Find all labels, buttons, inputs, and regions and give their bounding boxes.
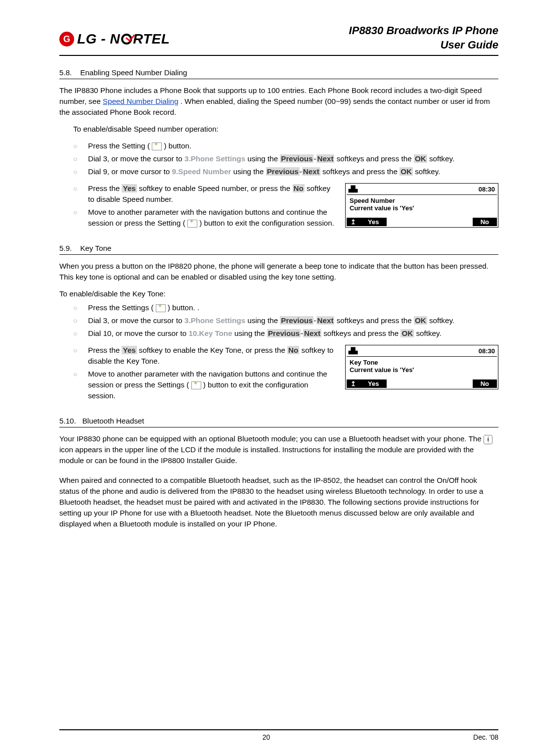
lcd-softkey-yes: Yes	[360, 218, 387, 227]
section-divider	[59, 79, 498, 79]
instruction-list: Press the Yes softkey to enable the Key …	[73, 345, 337, 401]
list-item: Press the Yes softkey to enable Speed nu…	[73, 183, 337, 205]
brand-logo: G LG - N RTEL	[59, 32, 170, 47]
softkey-label: Next	[302, 167, 320, 176]
lcd-statusbar: ▟▙ 08:30	[347, 346, 497, 357]
lg-logo-icon: G	[59, 32, 74, 47]
softkey-label: Next	[303, 329, 321, 337]
section-heading: 5.10. Bluetooth Headset	[59, 416, 498, 426]
text: ) button. .	[168, 303, 199, 312]
settings-icon	[191, 381, 201, 389]
softkey-label: Yes	[122, 184, 136, 192]
softkey-label: No	[287, 346, 299, 354]
page-number: 20	[263, 732, 270, 742]
section-number: 5.10.	[59, 417, 76, 425]
text: softkey to enable the Key Tone, or press…	[139, 346, 287, 354]
instruction-list: Press the Settings ( ) button. . Dial 3,…	[73, 302, 498, 339]
section-divider	[59, 254, 498, 255]
speed-number-dialing-link[interactable]: Speed Number Dialing	[103, 97, 178, 105]
softkey-label: OK	[414, 316, 427, 325]
menu-name: 3.Phone Settings	[184, 154, 245, 163]
footer-date: Dec. '08	[473, 732, 498, 742]
lcd-line: Current value is 'Yes'	[350, 366, 494, 374]
lead-text: To enable/disable the Key Tone:	[59, 288, 498, 299]
text: softkeys and press the	[337, 316, 414, 325]
text: softkeys and press the	[322, 167, 400, 176]
list-item: Press the Setting ( ) button.	[73, 141, 498, 151]
text: Your IP8830 phone can be equipped with a…	[59, 434, 484, 443]
softkey-label: Yes	[122, 346, 136, 354]
lcd-line: Speed Number	[350, 197, 494, 205]
lcd-softkey-row: ↥ Yes No	[347, 218, 497, 227]
lcd-softkey-spacer	[387, 379, 472, 388]
instruction-list: Press the Setting ( ) button. Dial 3, or…	[73, 141, 498, 177]
lcd-body: Speed Number Current value is 'Yes'	[347, 195, 497, 218]
lcd-softkey-row: ↥ Yes No	[347, 379, 497, 388]
softkey-label: Previous	[266, 167, 300, 176]
softkey-label: Next	[316, 154, 335, 163]
menu-name: 10.Key Tone	[188, 329, 232, 337]
list-item: Dial 3, or move the cursor to 3.Phone Se…	[73, 315, 498, 326]
lead-text: To enable/disable Speed number operation…	[73, 124, 498, 135]
brand-right: RTEL	[133, 32, 170, 46]
row-with-lcd: Press the Yes softkey to enable Speed nu…	[59, 183, 498, 235]
section-divider	[59, 427, 498, 427]
text: ) button to exit the configuration sessi…	[199, 219, 334, 227]
text: using the	[234, 329, 267, 337]
text: Press the	[88, 184, 122, 192]
page-footer: 20 Dec. '08	[59, 729, 498, 742]
section-title: Bluetooth Headset	[82, 417, 144, 425]
page-header: G LG - N RTEL IP8830 Broadworks IP Phone…	[59, 24, 498, 52]
list-item: Move to another parameter with the navig…	[73, 369, 337, 401]
paragraph: When paired and connected to a compatibl…	[59, 475, 498, 529]
footer-divider	[59, 729, 498, 730]
text: softkey.	[416, 329, 441, 337]
lcd-time: 08:30	[479, 186, 495, 193]
brand-left: LG - N	[77, 32, 120, 46]
network-icon: ▟▙	[349, 347, 357, 355]
settings-icon	[187, 220, 197, 228]
lcd-softkey-yes: Yes	[360, 379, 387, 388]
softkey-label: Previous	[267, 329, 301, 337]
text: using the	[233, 167, 266, 176]
lcd-softkey-no: No	[473, 218, 497, 227]
section-heading: 5.9. Key Tone	[59, 243, 498, 253]
lg-logo-g: G	[63, 35, 70, 44]
list-item: Press the Yes softkey to enable the Key …	[73, 345, 337, 367]
menu-name: 9.Speed Number	[172, 167, 231, 176]
lcd-time: 08:30	[479, 347, 495, 355]
text: -	[313, 316, 316, 325]
header-title-line2: User Guide	[349, 38, 498, 52]
text: icon appears in the upper line of the LC…	[59, 445, 474, 465]
row-with-lcd: Press the Yes softkey to enable the Key …	[59, 345, 498, 407]
text: softkey to enable Speed number, or press…	[139, 184, 293, 192]
text: -	[313, 154, 316, 163]
text: Dial 10, or move the cursor to	[88, 329, 188, 337]
brand-text: LG - N RTEL	[77, 32, 170, 46]
list-item: Dial 9, or move cursor to 9.Speed Number…	[73, 166, 498, 177]
lcd-line: Current value is 'Yes'	[350, 204, 494, 212]
instruction-list: Press the Yes softkey to enable Speed nu…	[73, 183, 337, 229]
menu-name: 3.Phone Settings	[184, 316, 245, 325]
softkey-label: Previous	[280, 154, 313, 163]
text: softkeys and press the	[323, 329, 400, 337]
lcd-softkey-up: ↥	[347, 379, 360, 388]
softkey-label: OK	[414, 154, 427, 163]
lcd-line: Key Tone	[350, 359, 494, 367]
header-title-line1: IP8830 Broadworks IP Phone	[349, 24, 498, 38]
text: ) button.	[164, 142, 191, 150]
paragraph: The IP8830 Phone includes a Phone Book t…	[59, 85, 498, 118]
header-divider	[59, 55, 498, 56]
paragraph: When you press a button on the IP8820 ph…	[59, 261, 498, 283]
header-title: IP8830 Broadworks IP Phone User Guide	[349, 24, 498, 52]
list-item: Dial 10, or move the cursor to 10.Key To…	[73, 328, 498, 339]
lcd-statusbar: ▟▙ 08:30	[347, 185, 497, 195]
softkey-label: OK	[400, 329, 414, 337]
lcd-screenshot: ▟▙ 08:30 Speed Number Current value is '…	[345, 183, 498, 228]
section-title: Key Tone	[80, 244, 111, 252]
lcd-softkey-spacer	[387, 218, 472, 227]
softkey-label: OK	[400, 167, 413, 176]
text: Press the Setting (	[88, 142, 150, 150]
bluetooth-icon: ᚼ	[484, 435, 492, 444]
nortel-o-icon	[121, 34, 132, 45]
